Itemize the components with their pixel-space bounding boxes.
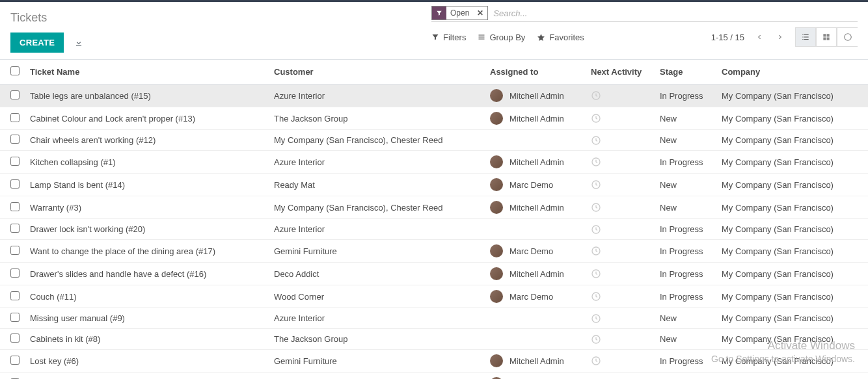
avatar (490, 267, 503, 280)
tickets-table: Ticket Name Customer Assigned to Next Ac… (0, 60, 868, 379)
cell-assigned: Mitchell Admin (485, 107, 586, 130)
row-checkbox[interactable] (10, 333, 20, 343)
funnel-icon (431, 33, 439, 41)
cell-company: My Company (San Francisco) (716, 219, 868, 240)
cell-assigned: Marc Demo (485, 174, 586, 196)
cell-company: My Company (San Francisco) (716, 196, 868, 219)
view-kanban-button[interactable] (816, 27, 837, 47)
cell-activity[interactable] (586, 263, 655, 285)
row-checkbox[interactable] (10, 157, 20, 166)
create-button[interactable]: CREATE (10, 33, 64, 53)
column-header-name[interactable]: Ticket Name (25, 60, 269, 85)
table-row[interactable]: Want to change the place of the dining a… (0, 240, 868, 263)
cell-stage: New (655, 174, 716, 196)
cell-activity[interactable] (586, 285, 655, 308)
cell-company: My Company (San Francisco) (716, 308, 868, 329)
table-row[interactable]: Lamp Stand is bent (#14)Ready MatMarc De… (0, 174, 868, 196)
clock-icon (591, 202, 649, 213)
row-checkbox[interactable] (10, 202, 20, 211)
cell-ticket-name: Drawer's slides and handle have a defect… (25, 263, 269, 285)
assigned-name: Mitchell Admin (509, 269, 564, 279)
pager-next[interactable] (774, 30, 786, 44)
table-row[interactable]: Table legs are unbalanced (#15)Azure Int… (0, 85, 868, 107)
assigned-name: Marc Demo (509, 180, 553, 190)
cell-ticket-name: Chair wheels aren't working (#12) (25, 130, 269, 151)
clock-icon (591, 313, 649, 324)
table-row[interactable]: Couch (#11)Wood CornerMarc DemoIn Progre… (0, 285, 868, 308)
row-checkbox[interactable] (10, 268, 20, 278)
cell-assigned (485, 219, 586, 240)
clock-icon (591, 157, 649, 167)
select-all-checkbox[interactable] (10, 66, 20, 75)
cell-company: My Company (San Francisco) (716, 372, 868, 380)
group-by-button[interactable]: Group By (478, 33, 525, 42)
cell-activity[interactable] (586, 372, 655, 380)
column-header-assigned[interactable]: Assigned to (485, 60, 586, 85)
list-view-icon (801, 33, 810, 42)
column-header-stage[interactable]: Stage (655, 60, 716, 85)
table-row[interactable]: Cabinet Colour and Lock aren't proper (#… (0, 107, 868, 130)
row-checkbox[interactable] (10, 113, 20, 122)
table-row[interactable]: Drawer's slides and handle have a defect… (0, 263, 868, 285)
clock-icon (591, 356, 649, 366)
cell-activity[interactable] (586, 151, 655, 174)
cell-activity[interactable] (586, 329, 655, 350)
cell-activity[interactable] (586, 196, 655, 219)
filters-button[interactable]: Filters (431, 33, 466, 42)
view-other-button[interactable] (837, 27, 858, 47)
cell-company: My Company (San Francisco) (716, 85, 868, 107)
table-row[interactable]: Kitchen collapsing (#1)Azure InteriorMit… (0, 151, 868, 174)
table-row[interactable]: Missing user manual (#9)Azure InteriorNe… (0, 308, 868, 329)
pager-text: 1-15 / 15 (711, 33, 744, 42)
row-checkbox[interactable] (10, 90, 20, 99)
star-icon (537, 33, 545, 42)
cell-activity[interactable] (586, 107, 655, 130)
cell-assigned (485, 329, 586, 350)
cell-activity[interactable] (586, 219, 655, 240)
row-checkbox[interactable] (10, 224, 20, 233)
clock-icon (591, 291, 649, 302)
row-checkbox[interactable] (10, 246, 20, 255)
search-input[interactable] (488, 6, 858, 20)
download-icon[interactable] (74, 38, 83, 47)
column-header-activity[interactable]: Next Activity (586, 60, 655, 85)
cell-company: My Company (San Francisco) (716, 329, 868, 350)
column-header-customer[interactable]: Customer (269, 60, 485, 85)
cell-activity[interactable] (586, 85, 655, 107)
cell-activity[interactable] (586, 350, 655, 372)
row-checkbox[interactable] (10, 313, 20, 322)
column-header-company[interactable]: Company (716, 60, 868, 85)
cell-activity[interactable] (586, 130, 655, 151)
cell-stage: In Progress (655, 350, 716, 372)
cell-ticket-name: Couch (#11) (25, 285, 269, 308)
assigned-name: Mitchell Admin (509, 203, 564, 213)
row-checkbox[interactable] (10, 179, 20, 189)
table-row[interactable]: Chair wheels aren't working (#12)My Comp… (0, 130, 868, 151)
table-row[interactable]: Warranty (#3)My Company (San Francisco),… (0, 196, 868, 219)
table-row[interactable]: Lost key (#6)Gemini FurnitureMitchell Ad… (0, 350, 868, 372)
view-list-button[interactable] (795, 27, 816, 47)
cell-ticket-name: Missing user manual (#9) (25, 308, 269, 329)
clock-icon (591, 224, 649, 235)
row-checkbox[interactable] (10, 356, 20, 365)
cell-assigned: Marc Demo (485, 240, 586, 263)
search-bar[interactable]: Open ✕ (431, 6, 858, 22)
table-row[interactable]: Drawer lock isn't working (#20)Azure Int… (0, 219, 868, 240)
avatar (490, 89, 503, 102)
cell-customer: The Jackson Group (269, 107, 485, 130)
assigned-name: Marc Demo (509, 292, 553, 302)
cell-activity[interactable] (586, 174, 655, 196)
table-row[interactable]: Wood Treatment (#4)Ready MatMarc DemoIn … (0, 372, 868, 380)
cell-assigned: Mitchell Admin (485, 196, 586, 219)
favorites-button[interactable]: Favorites (537, 33, 584, 42)
table-row[interactable]: Cabinets in kit (#8)The Jackson GroupNew… (0, 329, 868, 350)
filter-tag-remove[interactable]: ✕ (473, 8, 487, 18)
cell-activity[interactable] (586, 308, 655, 329)
cell-stage: New (655, 196, 716, 219)
cell-ticket-name: Drawer lock isn't working (#20) (25, 219, 269, 240)
pager-prev[interactable] (753, 30, 765, 44)
cell-activity[interactable] (586, 240, 655, 263)
row-checkbox[interactable] (10, 291, 20, 300)
clock-icon (591, 90, 649, 101)
row-checkbox[interactable] (10, 135, 20, 144)
